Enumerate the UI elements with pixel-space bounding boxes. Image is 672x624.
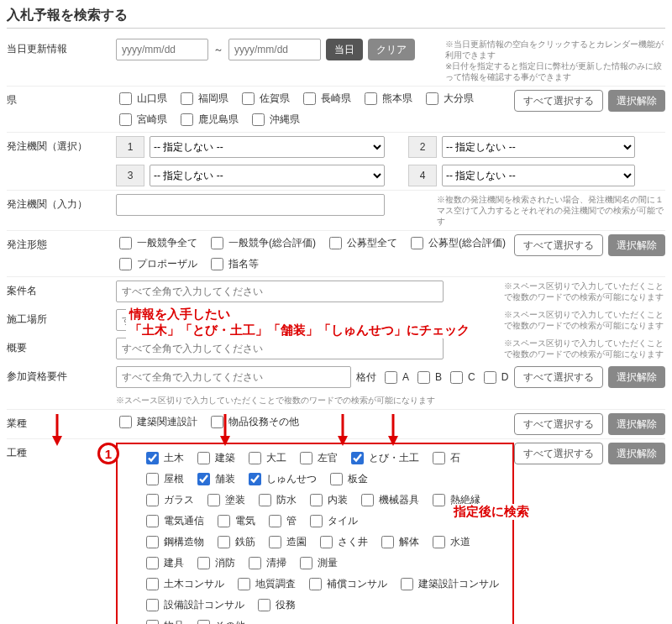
- pref-item[interactable]: 沖縄県: [249, 111, 300, 128]
- label-ordertype: 発注形態: [7, 234, 116, 252]
- casename-note: ※スペース区切りで入力していただくことで複数のワードでの検索が可能になります: [497, 281, 665, 302]
- worktype-item[interactable]: 内装: [307, 491, 348, 509]
- summary-field[interactable]: [116, 338, 444, 359]
- orgsel-2[interactable]: -- 指定しない --: [442, 136, 635, 158]
- label-qual: 参加資格要件: [7, 366, 116, 384]
- worktype-item[interactable]: 造園: [265, 533, 307, 551]
- worktype-item[interactable]: 石: [429, 449, 460, 467]
- pref-select-all[interactable]: すべて選択する: [514, 90, 603, 112]
- pref-item[interactable]: 熊本県: [361, 90, 412, 107]
- worktype-item[interactable]: 土木コンサル: [143, 575, 224, 593]
- grade-C[interactable]: C: [447, 369, 475, 386]
- update-date-to[interactable]: [228, 39, 321, 60]
- worktype-item[interactable]: とび・土工: [348, 449, 419, 467]
- svg-marker-3: [220, 436, 230, 446]
- worktype-item[interactable]: 役務: [255, 596, 296, 614]
- worktype-item[interactable]: 測量: [297, 554, 338, 572]
- qual-all[interactable]: すべて選択する: [514, 366, 603, 388]
- qual-field[interactable]: [116, 366, 351, 388]
- orginput-field[interactable]: [116, 194, 385, 216]
- worktype-item[interactable]: 板金: [327, 470, 368, 488]
- tilde: ～: [213, 43, 223, 57]
- worktype-item[interactable]: 建築設計コンサル: [397, 575, 499, 593]
- ordertype-clear[interactable]: 選択解除: [608, 234, 665, 256]
- orgsel-4[interactable]: -- 指定しない --: [442, 165, 635, 186]
- worktype-item[interactable]: 機械器具: [358, 491, 419, 509]
- qual-note2: ※スペース区切りで入力していただくことで複数のワードでの検索が可能になります: [116, 395, 435, 406]
- worktype-item[interactable]: 建築: [194, 449, 235, 467]
- grade-B[interactable]: B: [414, 369, 442, 386]
- anno-circle-1: 1: [97, 443, 119, 464]
- industry-all[interactable]: すべて選択する: [514, 413, 603, 435]
- label-orgsel: 発注機関（選択）: [7, 136, 116, 154]
- worktype-clear[interactable]: 選択解除: [608, 443, 665, 464]
- worktype-item[interactable]: その他: [194, 617, 245, 624]
- ordertype-all[interactable]: すべて選択する: [514, 234, 603, 256]
- worktype-item[interactable]: 舗装: [194, 470, 235, 488]
- worktype-item[interactable]: タイル: [307, 512, 358, 530]
- orgsel-num-3: 3: [116, 165, 144, 186]
- ordertype-item[interactable]: 一般競争(総合評価): [207, 234, 316, 252]
- worktype-item[interactable]: 電気通信: [143, 512, 204, 530]
- worktype-item[interactable]: 左官: [297, 449, 338, 467]
- grade-D[interactable]: D: [480, 369, 509, 386]
- worktype-item[interactable]: さく井: [317, 533, 368, 551]
- ordertype-item[interactable]: 一般競争全て: [116, 234, 197, 252]
- worktype-item[interactable]: 鋼構造物: [143, 533, 204, 551]
- worktype-item[interactable]: 屋根: [143, 470, 184, 488]
- pref-item[interactable]: 福岡県: [177, 90, 228, 107]
- today-button[interactable]: 当日: [326, 39, 363, 60]
- worktype-item[interactable]: 電気: [214, 512, 255, 530]
- ordertype-item[interactable]: 公募型(総合評価): [407, 234, 506, 252]
- worktype-item[interactable]: 物品: [143, 617, 184, 624]
- svg-marker-1: [52, 436, 62, 446]
- place-note: ※スペース区切りで入力していただくことで複数のワードでの検索が可能になります: [497, 309, 665, 331]
- worktype-item[interactable]: 地質調査: [234, 575, 296, 593]
- worktype-item[interactable]: 鉄筋: [214, 533, 255, 551]
- orgsel-1[interactable]: -- 指定しない --: [150, 136, 385, 158]
- ordertype-item[interactable]: 公募型全て: [326, 234, 397, 252]
- anno-text-top: 情報を入手したい「土木」「とび・土工」「舗装」「しゅんせつ」にチェック: [126, 307, 473, 338]
- casename-field[interactable]: [116, 281, 444, 302]
- grade-label: 格付: [356, 370, 376, 385]
- worktype-item[interactable]: 防水: [255, 491, 297, 509]
- industry-clear[interactable]: 選択解除: [608, 413, 665, 435]
- worktype-item[interactable]: 補償コンサル: [306, 575, 387, 593]
- page-title: 入札予報を検索する: [7, 7, 665, 29]
- pref-item[interactable]: 山口県: [116, 90, 167, 107]
- worktype-item[interactable]: 管: [265, 512, 297, 530]
- svg-marker-7: [388, 436, 398, 446]
- pref-item[interactable]: 鹿児島県: [177, 111, 239, 128]
- pref-item[interactable]: 佐賀県: [239, 90, 290, 107]
- worktype-all[interactable]: すべて選択する: [514, 443, 603, 464]
- ordertype-item[interactable]: プロポーザル: [116, 255, 197, 273]
- industry-item[interactable]: 建築関連設計: [116, 413, 197, 431]
- svg-marker-5: [338, 436, 348, 446]
- update-date-from[interactable]: [116, 39, 208, 60]
- pref-clear[interactable]: 選択解除: [608, 90, 665, 112]
- update-note: ※当日更新情報の空白をクリックするとカレンダー機能が利用できます ※日付を指定す…: [438, 39, 665, 82]
- worktype-item[interactable]: 水道: [429, 533, 470, 551]
- worktype-item[interactable]: 建具: [143, 554, 184, 572]
- label-orginput: 発注機関（入力）: [7, 194, 116, 212]
- worktype-item[interactable]: 解体: [378, 533, 419, 551]
- pref-item[interactable]: 宮崎県: [116, 111, 167, 128]
- worktype-item[interactable]: 土木: [143, 449, 184, 467]
- orgsel-3[interactable]: -- 指定しない --: [150, 165, 385, 186]
- pref-item[interactable]: 長崎県: [300, 90, 351, 107]
- anno-text-search: 指定後に検索: [454, 504, 529, 520]
- worktype-item[interactable]: しゅんせつ: [245, 470, 317, 488]
- label-summary: 概要: [7, 338, 116, 355]
- worktype-item[interactable]: 設備設計コンサル: [143, 596, 244, 614]
- worktype-item[interactable]: 塗装: [204, 491, 245, 509]
- worktype-item[interactable]: 消防: [194, 554, 235, 572]
- orgsel-num-1: 1: [116, 136, 144, 158]
- worktype-item[interactable]: ガラス: [143, 491, 194, 509]
- grade-A[interactable]: A: [381, 369, 409, 386]
- pref-item[interactable]: 大分県: [423, 90, 474, 107]
- clear-button[interactable]: クリア: [368, 39, 415, 60]
- ordertype-item[interactable]: 指名等: [207, 255, 259, 273]
- worktype-item[interactable]: 大工: [245, 449, 286, 467]
- worktype-item[interactable]: 清掃: [245, 554, 286, 572]
- qual-clear[interactable]: 選択解除: [608, 366, 665, 388]
